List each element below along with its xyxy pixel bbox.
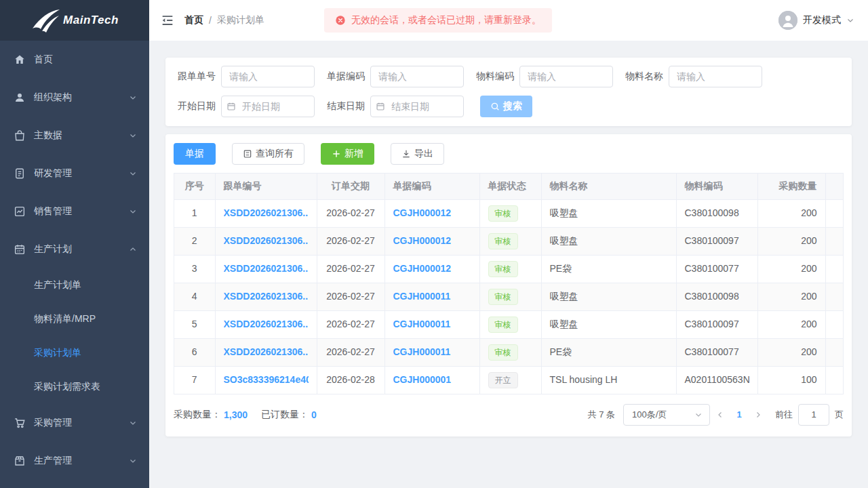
sidebar-subitem-production-plan-order[interactable]: 生产计划单 [0,268,149,302]
table-row: 4 XSDD2026021306.. 2026-02-27 CGJH000011… [174,283,844,310]
breadcrumb-separator: / [209,15,212,26]
status-badge: 审核 [488,233,518,249]
material-code-input[interactable] [519,66,613,87]
row-seq: 4 [174,283,215,310]
row-delivery-date: 2026-02-27 [317,338,384,366]
sidebar-item-org[interactable]: 组织架构 [0,79,149,117]
follow-order-link[interactable]: XSDD2026021306.. [224,289,309,304]
doc-code-link[interactable]: CGJH000011 [393,289,471,304]
row-material-name: 吸塑盘 [541,227,676,255]
top-bar: 首页 / 采购计划单 无效的会话，或者会话已过期，请重新登录。 开发模式 [149,0,868,41]
sidebar-subitem-purchase-plan-demand[interactable]: 采购计划需求表 [0,370,149,404]
row-empty-cell [825,310,844,338]
col-doc-code: 单据编码 [384,174,479,199]
doc-code-link[interactable]: CGJH000012 [393,233,471,249]
row-material-code: C380100077 [676,338,757,366]
row-purchase-qty: 200 [757,338,825,366]
row-delivery-date: 2026-02-27 [317,255,384,283]
summary: 采购数量： 1,300 已订数量： 0 [174,409,319,421]
follow-order-link[interactable]: XSDD2026021306.. [224,233,309,249]
col-follow-order: 跟单编号 [215,174,317,199]
sidebar-item-label: 研发管理 [34,167,72,180]
purchase-plan-panel: 单据 查询所有 新增 导出 [165,134,852,436]
add-button[interactable]: 新增 [321,143,374,165]
plus-icon [332,149,341,159]
goto-page-input[interactable] [798,404,829,426]
doc-code-link[interactable]: CGJH000012 [393,205,471,221]
prev-page-button[interactable] [710,411,730,419]
sidebar-item-sales[interactable]: 销售管理 [0,192,149,230]
list-doc-icon [243,149,252,159]
row-empty-cell [825,338,844,366]
next-page-button[interactable] [748,411,768,419]
chart-icon [14,205,26,218]
table-footer: 采购数量： 1,300 已订数量： 0 共 7 条 100条/页 [174,404,844,426]
start-date-input[interactable] [221,96,315,117]
sidebar-item-label: 采购管理 [34,417,72,429]
user-menu[interactable]: 开发模式 [778,11,854,30]
search-button[interactable]: 搜索 [480,96,532,117]
page-size-select[interactable]: 100条/页 [623,404,710,426]
row-purchase-qty: 200 [757,283,825,310]
follow-order-link[interactable]: SO3c833396214e40 [224,372,309,388]
doc-code-link[interactable]: CGJH000011 [393,317,471,332]
brand-logo: MainTech [0,0,149,41]
start-date-label: 开始日期 [174,100,216,113]
follow-order-link[interactable]: XSDD2026021306.. [224,261,309,277]
row-material-code: C380100097 [676,310,757,338]
material-name-label: 物料名称 [621,70,663,83]
swoosh-logo-icon [31,7,62,34]
page-suffix-label: 页 [835,409,844,421]
row-purchase-qty: 200 [757,227,825,255]
end-date-input[interactable] [370,96,464,117]
doc-code-link[interactable]: CGJH000012 [393,261,471,277]
sidebar-subitem-label: 物料清单/MRP [34,313,96,325]
row-material-name: PE袋 [541,255,676,283]
row-material-name: 吸塑盘 [541,310,676,338]
sidebar-item-label: 首页 [34,54,53,66]
row-delivery-date: 2026-02-27 [317,199,384,227]
sidebar-item-label: 生产计划 [34,243,72,256]
row-material-code: C380100097 [676,227,757,255]
row-delivery-date: 2026-02-27 [317,310,384,338]
brand-name: MainTech [63,14,119,27]
row-delivery-date: 2026-02-27 [317,283,384,310]
status-badge: 审核 [488,289,518,305]
sidebar-subitem-label: 生产计划单 [34,279,81,291]
follow-order-link[interactable]: XSDD2026021306.. [224,205,309,221]
sidebar-item-manufacturing[interactable]: 生产管理 [0,442,149,480]
chevron-down-icon [846,16,854,24]
fold-sidebar-icon[interactable] [160,13,175,28]
current-page[interactable]: 1 [730,409,748,420]
col-delivery-date: 订单交期 [317,174,384,199]
chevron-up-icon [129,245,137,253]
chevron-down-icon [129,94,137,102]
doc-code-label: 单据编码 [323,70,365,83]
sidebar-item-master-data[interactable]: 主数据 [0,117,149,155]
follow-order-no-input[interactable] [221,66,315,87]
error-circle-icon [335,15,346,26]
row-purchase-qty: 200 [757,199,825,227]
follow-order-link[interactable]: XSDD2026021306.. [224,344,309,360]
col-material-name: 物料名称 [541,174,676,199]
export-button[interactable]: 导出 [391,143,444,165]
row-empty-cell [825,255,844,283]
sidebar-item-home[interactable]: 首页 [0,41,149,79]
doc-code-link[interactable]: CGJH000001 [393,372,471,388]
sidebar-item-label: 组织架构 [34,92,72,104]
query-all-button[interactable]: 查询所有 [232,143,304,165]
sidebar-item-purchasing[interactable]: 采购管理 [0,404,149,442]
document-button[interactable]: 单据 [174,143,216,165]
breadcrumb-home[interactable]: 首页 [184,14,203,26]
row-purchase-qty: 200 [757,310,825,338]
sidebar-subitem-bom-mrp[interactable]: 物料清单/MRP [0,302,149,336]
material-name-input[interactable] [669,66,762,87]
bag-icon [14,129,26,142]
follow-order-link[interactable]: XSDD2026021306.. [224,317,309,332]
sidebar-item-production-plan[interactable]: 生产计划 [0,230,149,268]
sidebar-item-rnd[interactable]: 研发管理 [0,155,149,192]
row-empty-cell [825,283,844,310]
doc-code-link[interactable]: CGJH000011 [393,344,471,360]
doc-code-input[interactable] [370,66,464,87]
sidebar-subitem-purchase-plan-order[interactable]: 采购计划单 [0,336,149,370]
